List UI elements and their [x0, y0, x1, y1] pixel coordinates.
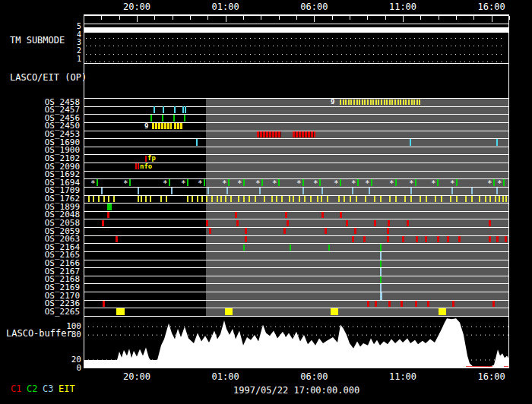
tick-mark	[425, 236, 427, 242]
tick-mark	[489, 196, 491, 202]
tm-submode-panel	[84, 24, 509, 64]
event-line	[380, 252, 382, 260]
tick-mark	[166, 196, 167, 202]
hour-tick	[101, 16, 102, 20]
hour-tick	[403, 16, 404, 22]
hour-tick	[154, 16, 155, 20]
tick-mark	[381, 99, 382, 105]
tick-mark	[211, 196, 213, 202]
tm-dotted-line	[86, 62, 505, 62]
tick-mark	[354, 228, 356, 234]
tick-mark	[206, 196, 207, 202]
tick-mark	[209, 228, 211, 234]
tick-mark	[287, 220, 289, 226]
row-separator	[84, 138, 509, 139]
tick-mark	[471, 188, 473, 194]
row-separator	[84, 195, 509, 196]
tick-mark	[492, 301, 495, 307]
tick-mark	[370, 99, 372, 105]
tick-mark	[129, 179, 131, 186]
tick-mark	[388, 301, 391, 307]
event-block	[116, 308, 125, 315]
row-separator	[84, 98, 509, 99]
tick-mark	[372, 99, 374, 105]
tick-mark	[496, 188, 498, 194]
tick-mark	[113, 196, 115, 202]
tick-mark	[230, 196, 232, 202]
tick-mark	[220, 196, 222, 202]
hour-tick	[439, 16, 439, 20]
tick-mark	[321, 188, 323, 194]
tick-mark	[290, 245, 291, 251]
tick-mark	[495, 196, 496, 202]
lasco-buffer-panel	[84, 316, 509, 368]
buffer-area-chart	[84, 317, 509, 368]
tick-mark	[441, 196, 442, 202]
hour-tick	[243, 16, 244, 20]
tick-mark	[302, 179, 304, 186]
tick-mark	[357, 179, 359, 186]
tick-mark	[321, 212, 324, 218]
tick-mark	[375, 301, 377, 307]
timeline-rows-area: 99fpnfo********************	[84, 98, 509, 316]
legend-item-c2: C2	[27, 383, 37, 394]
row-separator	[84, 283, 509, 284]
tick-mark	[245, 236, 247, 242]
lasco-timeline-app: 20:0001:0006:0011:0016:00 TM SUBMODE 543…	[0, 0, 532, 404]
tick-mark	[169, 179, 170, 186]
tick-mark	[192, 196, 193, 202]
tick-mark	[348, 99, 350, 105]
camera-legend: C1C2C3EIT	[11, 383, 102, 395]
tick-mark	[107, 212, 109, 218]
hour-tick	[226, 16, 226, 22]
tm-level-label: 1	[67, 55, 81, 63]
event-line	[380, 284, 382, 292]
tick-mark	[145, 196, 147, 202]
tick-mark	[243, 179, 245, 186]
tick-mark	[496, 139, 498, 146]
row-separator	[84, 219, 509, 219]
hour-tick	[350, 16, 350, 20]
hour-tick	[173, 16, 173, 20]
tm-level-label: 5	[67, 23, 81, 30]
tick-mark	[184, 115, 185, 122]
tick-mark	[350, 196, 351, 202]
tm-dotted-line	[86, 38, 505, 39]
tick-mark	[410, 196, 412, 202]
hour-tick	[420, 16, 421, 20]
tick-mark	[403, 99, 404, 105]
tick-mark	[386, 99, 388, 105]
tick-mark	[321, 196, 322, 202]
tick-mark	[187, 196, 188, 202]
tick-mark	[150, 196, 151, 202]
tick-mark	[150, 115, 152, 122]
tick-mark	[340, 99, 341, 105]
tick-mark	[505, 196, 507, 202]
tick-mark	[415, 179, 416, 186]
time-label: 06:00	[291, 2, 337, 12]
tick-mark	[374, 220, 376, 226]
event-block	[225, 308, 233, 315]
tick-mark	[378, 99, 379, 105]
tick-mark	[400, 99, 401, 105]
tick-mark	[173, 115, 175, 122]
event-label: 9	[331, 98, 334, 106]
tick-mark	[138, 196, 139, 202]
tick-mark	[413, 99, 415, 105]
time-label: 20:00	[114, 2, 160, 12]
row-separator	[84, 260, 509, 260]
tick-mark	[367, 301, 369, 307]
tick-mark	[458, 236, 461, 242]
time-label: 01:00	[203, 2, 249, 12]
tick-mark	[327, 196, 328, 202]
tm-dotted-line	[86, 46, 505, 46]
time-label: 16:00	[469, 2, 515, 12]
tick-mark	[243, 196, 245, 202]
tick-mark	[387, 236, 389, 242]
tick-mark	[285, 212, 287, 218]
row-separator	[84, 114, 509, 115]
tick-mark	[350, 99, 352, 105]
tick-mark	[228, 179, 230, 186]
tick-mark	[163, 106, 164, 113]
tick-mark	[325, 228, 327, 234]
